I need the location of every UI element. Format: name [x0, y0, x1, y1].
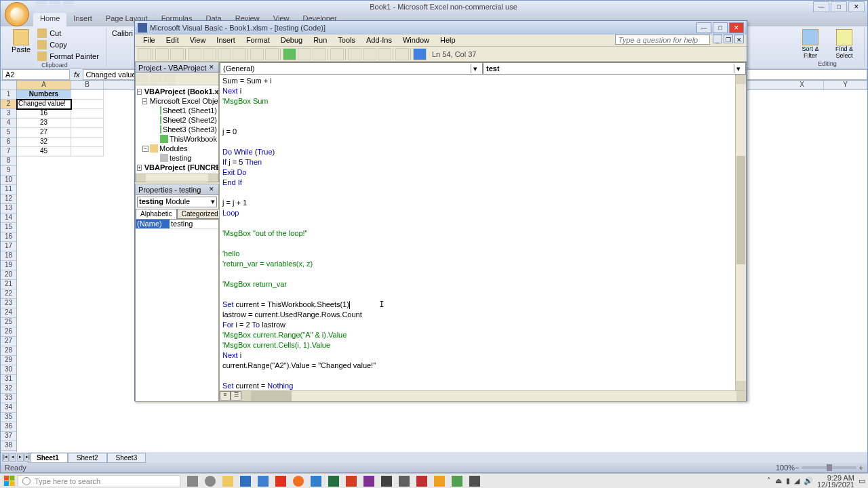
cell[interactable]: 45	[17, 147, 71, 157]
find-select-button[interactable]: Find & Select	[829, 28, 860, 60]
properties-tab-categorized[interactable]: Categorized	[177, 209, 223, 219]
select-all-corner[interactable]	[1, 81, 16, 90]
row-header[interactable]: 26	[1, 327, 16, 337]
office-icon[interactable]	[273, 475, 289, 487]
qat-redo-icon[interactable]	[63, 1, 74, 12]
code-hscroll[interactable]	[241, 391, 746, 401]
row-header[interactable]: 38	[1, 441, 16, 451]
row-header[interactable]: 12	[1, 195, 16, 204]
usb-icon[interactable]: ⏏	[775, 476, 782, 485]
row-header[interactable]: 36	[1, 422, 16, 432]
vbe-undo-icon[interactable]	[250, 48, 264, 60]
sheet-tab[interactable]: Sheet2	[68, 453, 107, 463]
tree-node[interactable]: Sheet2 (Sheet2)	[163, 116, 217, 124]
row-header[interactable]: 23	[1, 299, 16, 308]
sheet-tab[interactable]: Sheet1	[28, 453, 68, 463]
row-header[interactable]: 11	[1, 185, 16, 195]
vbe-menu-insert[interactable]: Insert	[211, 35, 241, 46]
cell[interactable]: 23	[17, 119, 71, 128]
excel-minimize-button[interactable]: —	[813, 1, 829, 12]
cell-selected[interactable]: Changed value!	[17, 100, 71, 109]
tree-expand-icon[interactable]: −	[137, 89, 142, 95]
row-header[interactable]: 14	[1, 214, 16, 223]
tab-nav-next[interactable]: ▸	[17, 453, 24, 462]
taskbar-search[interactable]: Type here to search	[18, 475, 180, 487]
vbe-menu-addins[interactable]: Add-Ins	[361, 35, 397, 46]
cortana-icon[interactable]	[202, 475, 218, 487]
properties-tab-alphabetic[interactable]: Alphabetic	[136, 209, 177, 219]
row-header[interactable]: 8	[1, 157, 16, 166]
cell[interactable]: 16	[17, 109, 71, 119]
row-header[interactable]: 18	[1, 251, 16, 261]
notifications-icon[interactable]: ▭	[859, 476, 865, 485]
tree-expand-icon[interactable]: −	[142, 146, 149, 152]
vbe-menu-run[interactable]: Run	[308, 35, 332, 46]
row-header[interactable]: 9	[1, 166, 16, 176]
row-header[interactable]: 32	[1, 384, 16, 394]
vbe-help-icon[interactable]	[413, 48, 427, 60]
cut-button[interactable]: Cut	[35, 28, 102, 39]
app-icon[interactable]	[414, 475, 430, 487]
cell[interactable]: 32	[17, 138, 71, 147]
property-value[interactable]: testing	[170, 220, 218, 228]
cell[interactable]: 27	[17, 128, 71, 138]
tab-nav-last[interactable]: ▸|	[24, 453, 31, 462]
vbe-reset-icon[interactable]	[313, 48, 326, 60]
cell[interactable]	[71, 100, 104, 109]
row-header[interactable]: 2	[1, 100, 16, 109]
excel-icon[interactable]	[326, 475, 342, 487]
qat-save-icon[interactable]	[36, 1, 47, 12]
vbe-save-icon[interactable]	[170, 48, 184, 60]
vbe-paste-icon[interactable]	[218, 48, 231, 60]
battery-icon[interactable]: ▮	[786, 476, 790, 485]
row-header[interactable]: 29	[1, 356, 16, 365]
chevron-down-icon[interactable]: ▾	[734, 64, 743, 73]
vbe-help-search[interactable]	[615, 35, 710, 45]
app-icon[interactable]	[431, 475, 448, 487]
row-header[interactable]: 1	[1, 90, 16, 100]
vbe-cut-icon[interactable]	[188, 48, 201, 60]
vbe-doc-restore[interactable]: ❐	[724, 35, 733, 43]
vbe-doc-minimize[interactable]: _	[713, 35, 722, 43]
start-button[interactable]	[3, 475, 15, 487]
vbe-minimize-button[interactable]: —	[696, 22, 711, 33]
vbe-menu-format[interactable]: Format	[241, 35, 275, 46]
vbe-doc-close[interactable]: ✕	[734, 35, 744, 43]
project-tree[interactable]: −VBAProject (Book1.xlsm) −Microsoft Exce…	[136, 85, 218, 174]
view-object-icon[interactable]	[150, 74, 162, 85]
row-header[interactable]: 17	[1, 242, 16, 251]
font-name[interactable]: Calibri	[112, 29, 133, 37]
vbe-titlebar[interactable]: Microsoft Visual Basic - Book1.xlsm - [t…	[135, 21, 747, 35]
fx-icon[interactable]: fx	[71, 70, 83, 79]
toggle-folders-icon[interactable]	[163, 74, 176, 85]
vbe-insert-icon[interactable]	[155, 48, 169, 60]
scroll-thumb[interactable]	[251, 391, 292, 401]
name-box[interactable]	[2, 69, 70, 80]
cell[interactable]	[71, 90, 104, 100]
copy-button[interactable]: Copy	[35, 39, 102, 50]
vbe-project-explorer-icon[interactable]	[348, 48, 361, 60]
vbe-redo-icon[interactable]	[265, 48, 279, 60]
store-icon[interactable]	[237, 475, 254, 487]
col-header[interactable]: X	[781, 81, 824, 89]
property-name[interactable]: (Name)	[136, 220, 170, 228]
tree-node[interactable]: Sheet1 (Sheet1)	[163, 106, 217, 115]
scroll-down-icon[interactable]	[736, 381, 746, 390]
properties-close-icon[interactable]: ✕	[208, 186, 216, 194]
row-header[interactable]: 24	[1, 308, 16, 318]
cell[interactable]	[71, 109, 104, 119]
tree-expand-icon[interactable]: −	[142, 98, 147, 104]
row-header[interactable]: 27	[1, 337, 16, 346]
vbe-view-excel-icon[interactable]	[138, 48, 151, 60]
vbe-menu-file[interactable]: File	[138, 35, 161, 46]
sort-filter-button[interactable]: Sort & Filter	[795, 28, 826, 60]
code-vscroll[interactable]	[735, 75, 746, 390]
chevron-down-icon[interactable]: ▾	[471, 64, 479, 73]
row-header[interactable]: 35	[1, 413, 16, 422]
vbe-menu-help[interactable]: Help	[435, 35, 461, 46]
row-header[interactable]: 16	[1, 232, 16, 242]
scroll-up-icon[interactable]	[736, 75, 746, 84]
scroll-left-icon[interactable]	[136, 174, 146, 182]
zoom-thumb[interactable]	[827, 464, 832, 471]
row-header[interactable]: 10	[1, 176, 16, 185]
